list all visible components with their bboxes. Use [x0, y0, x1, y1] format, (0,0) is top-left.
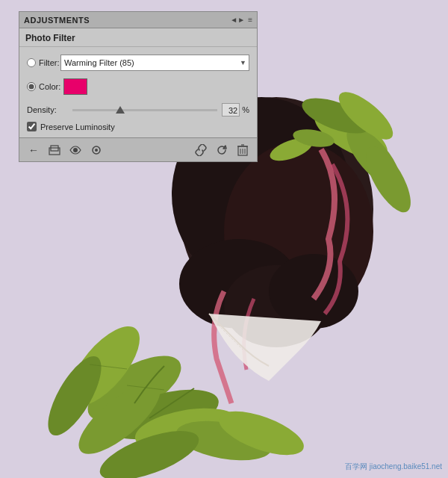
refresh-button[interactable]	[214, 142, 230, 158]
panel-menu-icon[interactable]: ≡	[248, 16, 252, 24]
svg-point-6	[269, 254, 358, 329]
density-label: Density:	[27, 105, 68, 114]
color-radio-label[interactable]: Color:	[27, 82, 60, 91]
link-button[interactable]	[193, 142, 209, 158]
filter-radio-label[interactable]: Filter:	[27, 58, 60, 67]
trash-button[interactable]	[234, 142, 251, 158]
preserve-luminosity-label: Preserve Luminosity	[40, 122, 115, 131]
panel-section-header: Photo Filter	[19, 28, 257, 47]
filter-row: Filter: Warming Filter (85) Warming Filt…	[27, 55, 249, 71]
filter-radio[interactable]	[27, 58, 36, 67]
panel-body: Filter: Warming Filter (85) Warming Filt…	[19, 47, 257, 137]
adjustments-panel: ADJUSTMENTS ◄► ≡ Photo Filter Filter: Wa…	[19, 11, 258, 162]
color-row: Color:	[27, 78, 249, 95]
back-button[interactable]: ←	[25, 142, 42, 158]
add-layer-button[interactable]	[46, 142, 63, 158]
density-unit: %	[242, 105, 249, 114]
filter-select[interactable]: Warming Filter (85) Warming Filter (LBA)…	[60, 55, 249, 71]
density-row: Density: 32 %	[27, 102, 249, 117]
panel-title: ADJUSTMENTS	[24, 16, 90, 25]
color-radio[interactable]	[27, 82, 36, 91]
collapse-icon[interactable]: ◄►	[230, 16, 245, 24]
filter-select-wrapper: Warming Filter (85) Warming Filter (LBA)…	[60, 55, 249, 71]
preserve-luminosity-checkbox[interactable]	[27, 122, 37, 131]
svg-point-29	[95, 149, 98, 152]
preserve-luminosity-row: Preserve Luminosity	[27, 122, 249, 131]
section-title: Photo Filter	[25, 33, 75, 43]
density-slider[interactable]	[72, 109, 217, 111]
density-value[interactable]: 32	[222, 103, 240, 117]
watermark: 百学网 jiaocheng.baike51.net	[345, 462, 442, 472]
density-slider-wrapper	[72, 102, 217, 117]
svg-point-27	[73, 148, 78, 152]
panel-title-icons: ◄► ≡	[230, 16, 252, 24]
visibility-toggle-button[interactable]	[88, 142, 105, 158]
panel-toolbar: ←	[19, 137, 257, 161]
eye-button[interactable]	[67, 142, 84, 158]
panel-titlebar: ADJUSTMENTS ◄► ≡	[19, 12, 257, 28]
color-swatch[interactable]	[63, 78, 87, 95]
